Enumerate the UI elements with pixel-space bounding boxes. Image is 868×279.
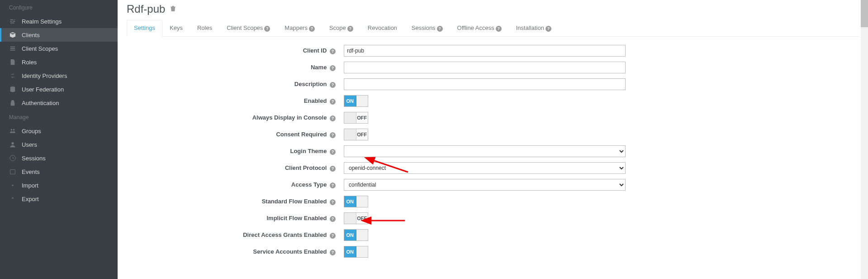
enabled-toggle[interactable]: ON [344, 95, 368, 107]
tab-installation[interactable]: Installation? [509, 20, 559, 36]
tab-mappers[interactable]: Mappers? [277, 20, 322, 36]
description-input[interactable] [344, 78, 626, 90]
toggle-handle [356, 96, 368, 106]
settings-form: Client ID ? Name ? Description ? Enabled… [127, 37, 633, 258]
service-accounts-toggle[interactable]: ON [344, 246, 368, 258]
toggle-on: ON [344, 246, 356, 257]
service-accounts-label: Service Accounts Enabled ? [127, 248, 344, 255]
sidebar-item-label: Export [22, 196, 39, 202]
sidebar-item-users[interactable]: Users [0, 138, 118, 151]
implicit-flow-toggle[interactable]: OFF [344, 212, 368, 224]
help-icon[interactable]: ? [330, 132, 336, 138]
help-icon[interactable]: ? [330, 149, 336, 155]
tab-scope[interactable]: Scope? [322, 20, 360, 36]
sidebar-item-identity-providers[interactable]: Identity Providers [0, 69, 118, 82]
help-icon[interactable]: ? [330, 216, 336, 222]
consent-required-toggle[interactable]: OFF [344, 129, 368, 140]
import-icon [9, 182, 16, 189]
delete-client-icon[interactable] [170, 5, 176, 14]
tab-label: Client Scopes [227, 24, 263, 31]
exchange-icon [9, 72, 16, 79]
standard-flow-toggle[interactable]: ON [344, 196, 368, 207]
sidebar-item-clients[interactable]: Clients [0, 28, 118, 42]
help-icon[interactable]: ? [330, 166, 336, 172]
help-icon[interactable]: ? [330, 199, 336, 205]
sidebar-item-export[interactable]: Export [0, 192, 118, 206]
tab-keys[interactable]: Keys [162, 20, 190, 36]
sidebar-item-label: Identity Providers [22, 72, 67, 79]
client-protocol-label: Client Protocol ? [127, 164, 344, 172]
always-display-label: Always Display in Console ? [127, 114, 344, 121]
sidebar-item-roles[interactable]: Roles [0, 55, 118, 69]
tab-label: Sessions [412, 24, 436, 31]
sidebar-item-sessions[interactable]: Sessions [0, 151, 118, 165]
toggle-on: ON [344, 96, 356, 106]
sidebar-item-events[interactable]: Events [0, 165, 118, 178]
tab-label: Roles [197, 24, 212, 31]
help-icon: ? [264, 26, 270, 32]
tab-client-scopes[interactable]: Client Scopes? [219, 20, 277, 36]
toggle-off: OFF [356, 112, 368, 123]
sidebar-item-groups[interactable]: Groups [0, 124, 118, 138]
toggle-handle [344, 129, 356, 140]
tab-settings[interactable]: Settings [127, 20, 162, 37]
client-id-input[interactable] [344, 45, 626, 57]
sidebar-item-user-federation[interactable]: User Federation [0, 82, 118, 96]
sidebar-item-label: Users [22, 141, 37, 148]
tab-offline-access[interactable]: Offline Access? [450, 20, 509, 36]
help-icon[interactable]: ? [330, 82, 336, 88]
help-icon: ? [309, 26, 315, 32]
help-icon[interactable]: ? [330, 183, 336, 188]
scrollbar-vertical[interactable] [861, 0, 868, 279]
svg-point-1 [11, 129, 13, 131]
tab-label: Mappers [285, 24, 308, 31]
svg-rect-5 [10, 170, 15, 174]
help-icon[interactable]: ? [330, 65, 336, 71]
sidebar-item-label: Sessions [22, 155, 46, 162]
tab-label: Scope [329, 24, 346, 31]
export-icon [9, 195, 16, 202]
direct-access-toggle[interactable]: ON [344, 229, 368, 241]
help-icon[interactable]: ? [330, 48, 336, 54]
tab-revocation[interactable]: Revocation [360, 20, 404, 36]
help-icon[interactable]: ? [330, 233, 336, 239]
sidebar-item-label: Roles [22, 59, 37, 66]
tab-sessions[interactable]: Sessions? [404, 20, 450, 36]
sidebar-item-realm-settings[interactable]: Realm Settings [0, 14, 118, 28]
help-icon: ? [437, 26, 443, 32]
svg-point-2 [13, 129, 15, 131]
sliders-icon [9, 18, 16, 25]
client-protocol-select[interactable]: openid-connect [344, 162, 626, 174]
name-input[interactable] [344, 62, 626, 73]
help-icon[interactable]: ? [330, 250, 336, 255]
tab-roles[interactable]: Roles [190, 20, 219, 36]
sidebar-item-client-scopes[interactable]: Client Scopes [0, 42, 118, 55]
sidebar-item-import[interactable]: Import [0, 178, 118, 192]
toggle-handle [356, 230, 368, 241]
help-icon[interactable]: ? [330, 115, 336, 121]
sidebar-item-label: Groups [22, 128, 41, 135]
tabs: Settings Keys Roles Client Scopes? Mappe… [127, 20, 859, 37]
tab-label: Keys [170, 24, 183, 31]
sidebar-item-authentication[interactable]: Authentication [0, 96, 118, 110]
toggle-off: OFF [356, 129, 368, 140]
help-icon[interactable]: ? [330, 99, 336, 105]
clock-icon [9, 154, 16, 162]
direct-access-label: Direct Access Grants Enabled ? [127, 231, 344, 239]
main-content: Rdf-pub Settings Keys Roles Client Scope… [118, 0, 868, 279]
description-label: Description ? [127, 81, 344, 88]
file-icon [9, 58, 16, 66]
configure-header: Configure [0, 0, 118, 14]
consent-required-label: Consent Required ? [127, 131, 344, 138]
page-title: Rdf-pub [127, 3, 165, 15]
cube-icon [9, 31, 16, 38]
scrollbar-thumb[interactable] [861, 0, 868, 27]
toggle-handle [344, 213, 356, 224]
group-icon [9, 127, 16, 135]
login-theme-select[interactable] [344, 145, 626, 157]
always-display-toggle[interactable]: OFF [344, 112, 368, 124]
access-type-select[interactable]: confidential [344, 179, 626, 191]
toggle-handle [344, 112, 356, 123]
sidebar-item-label: Realm Settings [22, 18, 62, 25]
help-icon: ? [347, 26, 353, 32]
